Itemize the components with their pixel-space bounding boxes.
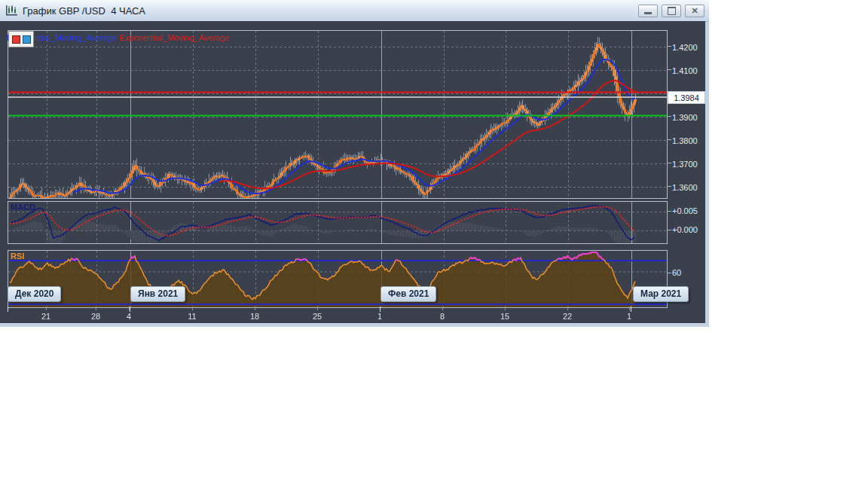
time-tick xyxy=(46,307,47,310)
price-axis-label: 1.4200 xyxy=(672,43,707,53)
time-tick xyxy=(567,307,568,310)
time-tick xyxy=(629,307,630,310)
price-axis-label: 1.3900 xyxy=(672,113,707,123)
time-tick xyxy=(442,307,443,310)
rsi-label: RSI xyxy=(11,252,24,261)
chart-window: График GBP /USD 4 ЧАСА ✕ Exponential_Mov… xyxy=(0,0,709,327)
window-controls: ✕ xyxy=(638,5,704,17)
price-tick xyxy=(667,163,671,163)
time-axis-label: 15 xyxy=(495,312,515,321)
close-button[interactable]: ✕ xyxy=(685,5,704,17)
price-tick xyxy=(667,46,671,47)
price-panel: Exponential_Moving_Average Exponential_M… xyxy=(8,30,668,199)
macd-label: MACD xyxy=(11,203,35,212)
macd-tick xyxy=(667,230,671,230)
minimize-button[interactable] xyxy=(638,5,658,17)
price-axis-label: 1.3600 xyxy=(672,183,707,193)
price-tick xyxy=(667,69,671,70)
legend-swatches[interactable] xyxy=(8,31,34,47)
time-axis-label: 4 xyxy=(119,312,139,321)
price-chart-canvas[interactable] xyxy=(8,31,667,198)
legend-ema-slow-label: Exponential_Moving_Average xyxy=(120,33,230,42)
macd-panel: MACD xyxy=(8,201,668,244)
rsi-axis-label: 60 xyxy=(672,268,707,278)
macd-axis-label: +0.005 xyxy=(672,206,707,216)
macd-tick xyxy=(667,211,671,212)
time-tick xyxy=(255,307,255,310)
close-icon: ✕ xyxy=(691,7,698,15)
time-axis-label: 1 xyxy=(619,312,639,321)
rsi-panel: RSI xyxy=(8,250,668,308)
window-title: График GBP /USD 4 ЧАСА xyxy=(23,5,145,17)
current-price-label: 1.3984 xyxy=(668,91,705,104)
macd-canvas[interactable] xyxy=(8,202,667,243)
price-axis-label: 1.4100 xyxy=(672,66,707,76)
month-tag: Дек 2020 xyxy=(8,286,61,302)
maximize-button[interactable] xyxy=(662,5,681,17)
time-axis-label: 25 xyxy=(307,312,327,321)
time-axis: 212841118251815221 xyxy=(0,307,705,323)
time-axis-label: 8 xyxy=(432,312,452,321)
app-icon xyxy=(5,4,19,17)
price-tick xyxy=(667,139,671,140)
price-tick xyxy=(667,186,671,187)
month-tick xyxy=(631,307,631,312)
maximize-icon xyxy=(668,7,676,15)
red-swatch-icon xyxy=(12,35,20,44)
rsi-canvas[interactable] xyxy=(8,251,667,307)
time-tick xyxy=(505,307,506,310)
month-tick xyxy=(380,307,381,312)
time-tick xyxy=(317,307,318,310)
month-tag: Янв 2021 xyxy=(130,286,185,302)
time-axis-label: 11 xyxy=(182,312,202,321)
desktop-background: График GBP /USD 4 ЧАСА ✕ Exponential_Mov… xyxy=(0,0,868,488)
time-axis-label: 22 xyxy=(558,312,577,321)
month-tick xyxy=(8,307,8,312)
time-axis-label: 18 xyxy=(245,312,264,321)
time-axis-label: 1 xyxy=(370,312,390,321)
blue-swatch-icon xyxy=(23,35,31,44)
price-axis-label: 1.3700 xyxy=(672,160,707,169)
title-bar[interactable]: График GBP /USD 4 ЧАСА ✕ xyxy=(0,0,709,22)
time-tick xyxy=(192,307,193,310)
month-tag: Мар 2021 xyxy=(633,286,689,302)
time-axis-label: 28 xyxy=(86,312,105,321)
chart-client-area: Exponential_Moving_Average Exponential_M… xyxy=(0,21,705,323)
rsi-tick xyxy=(667,273,671,273)
time-tick xyxy=(96,307,96,310)
month-tag: Фев 2021 xyxy=(381,286,436,302)
price-tick xyxy=(667,116,671,117)
macd-axis-label: +0.000 xyxy=(672,225,707,235)
minimize-icon xyxy=(644,12,652,14)
time-axis-label: 21 xyxy=(36,312,56,321)
price-axis-label: 1.3800 xyxy=(672,136,707,146)
month-tick xyxy=(130,307,130,312)
